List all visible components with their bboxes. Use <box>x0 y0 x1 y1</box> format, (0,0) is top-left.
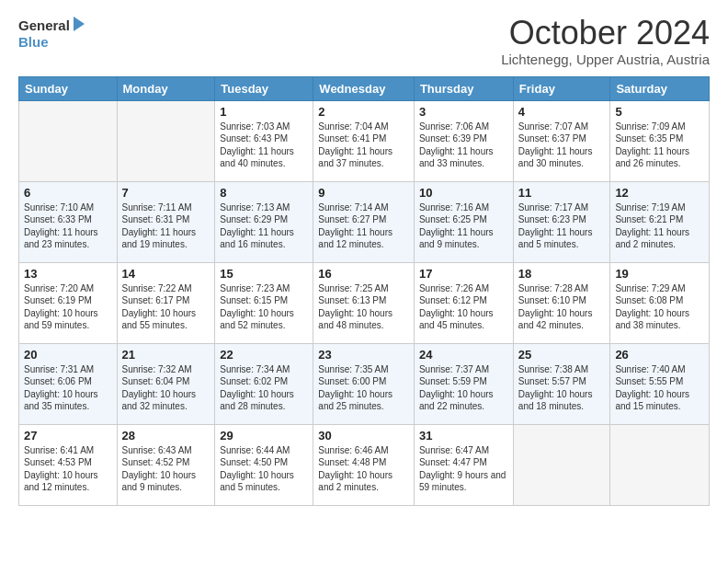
calendar-week-5: 27Sunrise: 6:41 AMSunset: 4:53 PMDayligh… <box>19 424 710 505</box>
day-info: Sunrise: 7:31 AMSunset: 6:06 PMDaylight:… <box>24 363 112 413</box>
header-tuesday: Tuesday <box>215 76 313 100</box>
table-row: 16Sunrise: 7:25 AMSunset: 6:13 PMDayligh… <box>313 262 415 343</box>
day-info: Sunrise: 7:19 AMSunset: 6:21 PMDaylight:… <box>615 201 704 251</box>
day-info: Sunrise: 7:35 AMSunset: 6:00 PMDaylight:… <box>318 363 409 413</box>
day-number: 19 <box>615 267 704 281</box>
month-title: October 2024 <box>501 15 710 52</box>
table-row: 24Sunrise: 7:37 AMSunset: 5:59 PMDayligh… <box>414 343 513 424</box>
header-saturday: Saturday <box>610 76 710 100</box>
day-info: Sunrise: 7:20 AMSunset: 6:19 PMDaylight:… <box>24 282 112 332</box>
calendar-week-4: 20Sunrise: 7:31 AMSunset: 6:06 PMDayligh… <box>19 343 710 424</box>
day-info: Sunrise: 6:44 AMSunset: 4:50 PMDaylight:… <box>220 444 308 494</box>
day-info: Sunrise: 7:17 AMSunset: 6:23 PMDaylight:… <box>518 201 606 251</box>
day-number: 10 <box>419 186 508 200</box>
day-info: Sunrise: 7:22 AMSunset: 6:17 PMDaylight:… <box>122 282 210 332</box>
day-number: 23 <box>318 348 409 362</box>
day-info: Sunrise: 7:37 AMSunset: 5:59 PMDaylight:… <box>419 363 508 413</box>
day-number: 17 <box>419 267 508 281</box>
table-row: 3Sunrise: 7:06 AMSunset: 6:39 PMDaylight… <box>414 100 513 181</box>
table-row: 27Sunrise: 6:41 AMSunset: 4:53 PMDayligh… <box>19 424 118 505</box>
day-info: Sunrise: 6:47 AMSunset: 4:47 PMDaylight:… <box>419 444 508 494</box>
day-number: 31 <box>419 429 508 442</box>
day-number: 5 <box>615 105 704 119</box>
table-row: 12Sunrise: 7:19 AMSunset: 6:21 PMDayligh… <box>610 181 710 262</box>
logo-icon: GeneralBlue <box>18 15 85 52</box>
table-row: 17Sunrise: 7:26 AMSunset: 6:12 PMDayligh… <box>414 262 513 343</box>
table-row: 15Sunrise: 7:23 AMSunset: 6:15 PMDayligh… <box>215 262 313 343</box>
day-number: 14 <box>122 267 210 281</box>
table-row: 26Sunrise: 7:40 AMSunset: 5:55 PMDayligh… <box>610 343 710 424</box>
day-number: 20 <box>24 348 112 362</box>
table-row: 22Sunrise: 7:34 AMSunset: 6:02 PMDayligh… <box>215 343 313 424</box>
day-info: Sunrise: 7:29 AMSunset: 6:08 PMDaylight:… <box>615 282 704 332</box>
day-number: 28 <box>122 429 210 442</box>
table-row: 18Sunrise: 7:28 AMSunset: 6:10 PMDayligh… <box>513 262 610 343</box>
header: GeneralBlue October 2024 Lichtenegg, Upp… <box>18 15 710 67</box>
table-row: 30Sunrise: 6:46 AMSunset: 4:48 PMDayligh… <box>313 424 415 505</box>
day-info: Sunrise: 6:46 AMSunset: 4:48 PMDaylight:… <box>318 444 409 494</box>
table-row: 31Sunrise: 6:47 AMSunset: 4:47 PMDayligh… <box>414 424 513 505</box>
calendar: Sunday Monday Tuesday Wednesday Thursday… <box>18 76 710 506</box>
day-number: 2 <box>318 105 409 119</box>
logo: GeneralBlue <box>18 15 85 52</box>
day-number: 11 <box>518 186 606 200</box>
table-row: 8Sunrise: 7:13 AMSunset: 6:29 PMDaylight… <box>215 181 313 262</box>
table-row: 9Sunrise: 7:14 AMSunset: 6:27 PMDaylight… <box>313 181 415 262</box>
day-info: Sunrise: 7:38 AMSunset: 5:57 PMDaylight:… <box>518 363 606 413</box>
day-number: 8 <box>220 186 308 200</box>
table-row <box>610 424 710 505</box>
header-sunday: Sunday <box>19 76 118 100</box>
day-number: 27 <box>24 429 112 442</box>
day-info: Sunrise: 7:28 AMSunset: 6:10 PMDaylight:… <box>518 282 606 332</box>
day-number: 7 <box>122 186 210 200</box>
calendar-header-row: Sunday Monday Tuesday Wednesday Thursday… <box>19 76 710 100</box>
day-number: 9 <box>318 186 409 200</box>
day-number: 6 <box>24 186 112 200</box>
day-info: Sunrise: 7:10 AMSunset: 6:33 PMDaylight:… <box>24 201 112 251</box>
day-number: 4 <box>518 105 606 119</box>
calendar-week-2: 6Sunrise: 7:10 AMSunset: 6:33 PMDaylight… <box>19 181 710 262</box>
day-info: Sunrise: 7:14 AMSunset: 6:27 PMDaylight:… <box>318 201 409 251</box>
day-info: Sunrise: 7:40 AMSunset: 5:55 PMDaylight:… <box>615 363 704 413</box>
day-number: 18 <box>518 267 606 281</box>
table-row: 14Sunrise: 7:22 AMSunset: 6:17 PMDayligh… <box>117 262 215 343</box>
header-wednesday: Wednesday <box>313 76 415 100</box>
day-number: 22 <box>220 348 308 362</box>
calendar-week-3: 13Sunrise: 7:20 AMSunset: 6:19 PMDayligh… <box>19 262 710 343</box>
day-info: Sunrise: 7:06 AMSunset: 6:39 PMDaylight:… <box>419 121 508 170</box>
table-row: 7Sunrise: 7:11 AMSunset: 6:31 PMDaylight… <box>117 181 215 262</box>
svg-marker-2 <box>74 17 85 31</box>
header-friday: Friday <box>513 76 610 100</box>
day-info: Sunrise: 7:03 AMSunset: 6:43 PMDaylight:… <box>220 121 308 170</box>
day-info: Sunrise: 7:25 AMSunset: 6:13 PMDaylight:… <box>318 282 409 332</box>
day-number: 3 <box>419 105 508 119</box>
title-block: October 2024 Lichtenegg, Upper Austria, … <box>501 15 710 67</box>
day-info: Sunrise: 7:32 AMSunset: 6:04 PMDaylight:… <box>122 363 210 413</box>
day-info: Sunrise: 7:23 AMSunset: 6:15 PMDaylight:… <box>220 282 308 332</box>
day-info: Sunrise: 7:07 AMSunset: 6:37 PMDaylight:… <box>518 121 606 170</box>
header-monday: Monday <box>117 76 215 100</box>
day-number: 13 <box>24 267 112 281</box>
day-number: 1 <box>220 105 308 119</box>
day-number: 29 <box>220 429 308 442</box>
svg-text:General: General <box>18 17 70 33</box>
table-row: 28Sunrise: 6:43 AMSunset: 4:52 PMDayligh… <box>117 424 215 505</box>
day-info: Sunrise: 7:16 AMSunset: 6:25 PMDaylight:… <box>419 201 508 251</box>
svg-text:Blue: Blue <box>18 34 49 50</box>
day-number: 25 <box>518 348 606 362</box>
table-row: 1Sunrise: 7:03 AMSunset: 6:43 PMDaylight… <box>215 100 313 181</box>
day-info: Sunrise: 6:41 AMSunset: 4:53 PMDaylight:… <box>24 444 112 494</box>
table-row <box>513 424 610 505</box>
table-row: 6Sunrise: 7:10 AMSunset: 6:33 PMDaylight… <box>19 181 118 262</box>
day-info: Sunrise: 7:26 AMSunset: 6:12 PMDaylight:… <box>419 282 508 332</box>
table-row: 4Sunrise: 7:07 AMSunset: 6:37 PMDaylight… <box>513 100 610 181</box>
table-row: 5Sunrise: 7:09 AMSunset: 6:35 PMDaylight… <box>610 100 710 181</box>
day-number: 21 <box>122 348 210 362</box>
page: GeneralBlue October 2024 Lichtenegg, Upp… <box>0 0 728 563</box>
day-number: 26 <box>615 348 704 362</box>
day-number: 16 <box>318 267 409 281</box>
table-row: 20Sunrise: 7:31 AMSunset: 6:06 PMDayligh… <box>19 343 118 424</box>
location-title: Lichtenegg, Upper Austria, Austria <box>501 52 710 67</box>
table-row <box>117 100 215 181</box>
day-info: Sunrise: 6:43 AMSunset: 4:52 PMDaylight:… <box>122 444 210 494</box>
